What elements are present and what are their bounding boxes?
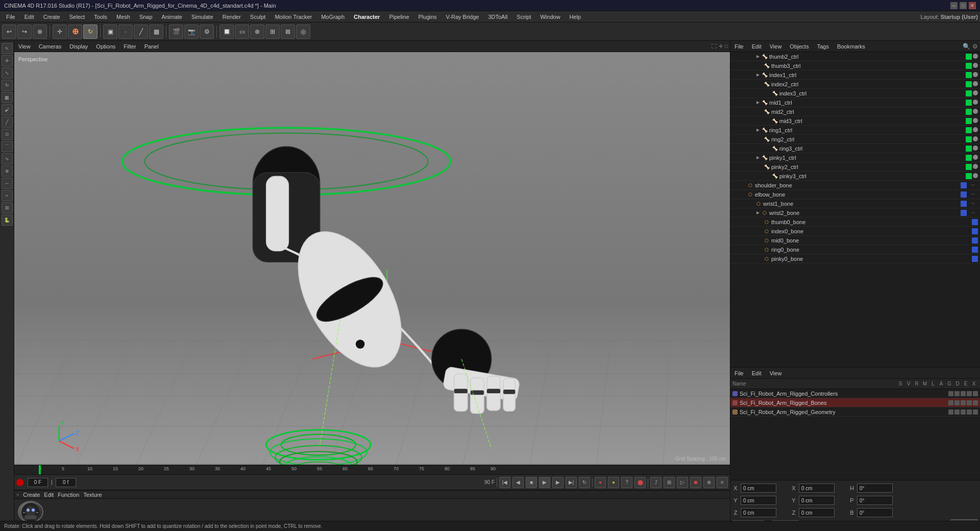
- current-frame-input[interactable]: [28, 478, 48, 487]
- tool-edge[interactable]: ─: [2, 178, 13, 189]
- menu-help[interactable]: Help: [566, 13, 585, 21]
- timeline-button[interactable]: ≡: [717, 477, 728, 488]
- tool-python[interactable]: 🐍: [2, 214, 13, 226]
- viewport-menu-display[interactable]: Display: [67, 42, 90, 51]
- tree-row[interactable]: ▶ 🦴 mid1_ctrl: [730, 98, 980, 107]
- tree-row[interactable]: ⬡ mid0_bone: [730, 236, 980, 245]
- menu-character[interactable]: Character: [350, 13, 384, 21]
- timeline[interactable]: 0 5 10 15 20 25 30 35 40 45 50 55 60 65 …: [14, 465, 730, 475]
- menu-plugins[interactable]: Plugins: [414, 13, 441, 21]
- play-button[interactable]: ▶: [539, 477, 550, 488]
- coord-y-input[interactable]: [741, 496, 776, 505]
- tool-polygon[interactable]: ▦: [2, 92, 13, 103]
- tree-row[interactable]: 🦴 mid3_ctrl: [730, 116, 980, 126]
- keyframe-help[interactable]: ?: [621, 477, 632, 488]
- menu-mograph[interactable]: MoGraph: [317, 13, 349, 21]
- menu-edit[interactable]: Edit: [20, 13, 38, 21]
- menu-select[interactable]: Select: [65, 13, 89, 21]
- viewport-icon-1[interactable]: ⛶: [712, 43, 717, 49]
- tool-scale[interactable]: ⤡: [2, 67, 13, 79]
- tree-row[interactable]: ⬡ index0_bone: [730, 227, 980, 236]
- tree-row[interactable]: 🦴 ring2_ctrl: [730, 135, 980, 144]
- tree-row[interactable]: ⬡ wrist1_bone ⋯: [730, 199, 980, 208]
- tool-extra[interactable]: ⊞: [2, 202, 13, 213]
- prev-frame-button[interactable]: ◀: [512, 477, 524, 488]
- tree-row[interactable]: 🦴 ring3_ctrl: [730, 144, 980, 153]
- coord-x-input[interactable]: [741, 484, 776, 493]
- coord-x2-input[interactable]: [799, 484, 835, 493]
- menu-simulate[interactable]: Simulate: [187, 13, 217, 21]
- tool-loop[interactable]: ⊕: [2, 165, 13, 177]
- tree-row[interactable]: ▶ ⬡ wrist2_bone ⋯: [730, 208, 980, 218]
- tree-row[interactable]: 🦴 pinky3_ctrl: [730, 172, 980, 181]
- coord-h-input[interactable]: [857, 484, 893, 493]
- viewport-menu-panel[interactable]: Panel: [142, 42, 161, 51]
- mat-menu-texture[interactable]: Texture: [83, 492, 102, 498]
- obj-menu-file[interactable]: File: [732, 42, 746, 51]
- redo-button[interactable]: ↪: [17, 25, 32, 39]
- attr-menu-edit[interactable]: Edit: [750, 369, 764, 377]
- go-start-button[interactable]: |◀: [499, 477, 510, 488]
- menu-file[interactable]: File: [2, 13, 19, 21]
- obj-menu-view[interactable]: View: [768, 42, 784, 51]
- tree-row[interactable]: ⬡ elbow_bone ⋯: [730, 190, 980, 199]
- 3d-viewport[interactable]: Perspective: [14, 52, 730, 465]
- tool-spline[interactable]: ∿: [2, 153, 13, 164]
- edge-mode-button[interactable]: ╱: [134, 25, 148, 39]
- tool-move[interactable]: ✛: [2, 55, 13, 66]
- maximize-button[interactable]: □: [960, 2, 967, 9]
- move-tool-button[interactable]: ✛: [53, 25, 67, 39]
- playback-button[interactable]: ▷: [677, 477, 688, 488]
- tree-row[interactable]: ⬡ pinky0_bone: [730, 254, 980, 263]
- xref-button[interactable]: ⊠: [281, 25, 295, 39]
- mat-menu-create[interactable]: Create: [23, 492, 40, 498]
- render-view-button[interactable]: 🎬: [169, 25, 183, 39]
- obj-menu-tags[interactable]: Tags: [815, 42, 831, 51]
- live-select-button[interactable]: ⊕: [33, 25, 47, 39]
- go-end-button[interactable]: ▶|: [566, 477, 577, 488]
- menu-create[interactable]: Create: [39, 13, 64, 21]
- axis-button[interactable]: ⊗: [250, 25, 264, 39]
- menu-sculpt[interactable]: Sculpt: [246, 13, 270, 21]
- camera-button[interactable]: ◎: [296, 25, 310, 39]
- scale-tool-button[interactable]: ⊕: [68, 25, 82, 39]
- attr-row-geometry[interactable]: Sci_Fi_Robot_Arm_Rigged_Geometry: [730, 407, 980, 417]
- mat-menu-edit[interactable]: Edit: [44, 492, 54, 498]
- tree-row[interactable]: ⬡ thumb0_bone: [730, 218, 980, 227]
- attr-row-bones[interactable]: Sci_Fi_Robot_Arm_Rigged_Bones: [730, 398, 980, 407]
- obj-menu-bookmarks[interactable]: Bookmarks: [835, 42, 867, 51]
- loop-button[interactable]: ↻: [579, 477, 590, 488]
- next-frame-button[interactable]: ▶: [552, 477, 564, 488]
- floor-button[interactable]: ▭: [235, 25, 249, 39]
- points-mode-button[interactable]: ·: [118, 25, 133, 39]
- menu-3dtoall[interactable]: 3DToAll: [484, 13, 511, 21]
- tool-arrow[interactable]: ↖: [2, 43, 13, 54]
- rotate-tool-button[interactable]: ↻: [83, 25, 97, 39]
- tool-smooth[interactable]: ≈: [2, 190, 13, 201]
- attr-menu-view[interactable]: View: [768, 369, 784, 377]
- tree-row[interactable]: ⬡ ring0_bone: [730, 245, 980, 254]
- auto-key-button[interactable]: ⬤: [634, 477, 646, 488]
- menu-snap[interactable]: Snap: [135, 13, 157, 21]
- menu-mesh[interactable]: Mesh: [112, 13, 134, 21]
- viewport-menu-view[interactable]: View: [16, 42, 33, 51]
- tree-row[interactable]: 🦴 index3_ctrl: [730, 89, 980, 98]
- coord-p-input[interactable]: [857, 496, 893, 505]
- snap-button[interactable]: 🔲: [219, 25, 234, 39]
- tree-row[interactable]: 🦴 mid2_ctrl: [730, 107, 980, 116]
- frame-counter[interactable]: [56, 478, 76, 487]
- minimize-button[interactable]: ─: [950, 2, 958, 9]
- tool-knife[interactable]: ╱: [2, 116, 13, 128]
- menu-script[interactable]: Script: [512, 13, 535, 21]
- tool-brush[interactable]: 🖌: [2, 104, 13, 115]
- viewport-icon-2[interactable]: ✛: [719, 43, 723, 49]
- menu-window[interactable]: Window: [536, 13, 564, 21]
- coord-z-input[interactable]: [741, 508, 776, 517]
- motion-path-button[interactable]: ⤴: [650, 477, 662, 488]
- object-tree[interactable]: ▶ 🦴 thumb2_ctrl 🦴 thumb3_ctrl: [730, 52, 980, 367]
- viewport-menu-filter[interactable]: Filter: [121, 42, 138, 51]
- undo-button[interactable]: ↩: [2, 25, 16, 39]
- menu-animate[interactable]: Animate: [158, 13, 186, 21]
- mat-menu-function[interactable]: Function: [58, 492, 79, 498]
- close-button[interactable]: ✕: [969, 2, 976, 9]
